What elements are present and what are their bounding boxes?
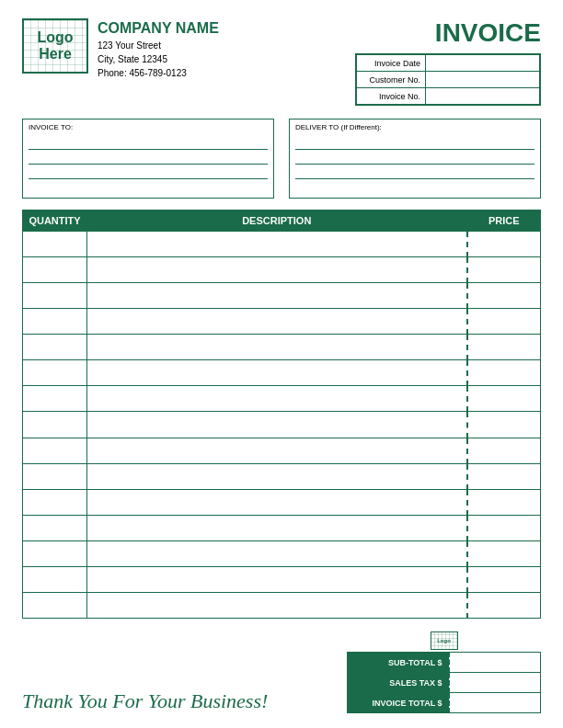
row-qty-14[interactable] xyxy=(23,592,87,618)
row-price-11[interactable] xyxy=(467,515,541,540)
row-desc-7[interactable] xyxy=(87,412,467,438)
row-price-12[interactable] xyxy=(467,540,541,566)
customer-no-label: Customer No. xyxy=(357,72,426,88)
col-quantity-header: QUANTITY xyxy=(23,210,87,232)
row-desc-13[interactable] xyxy=(87,566,467,592)
row-desc-4[interactable] xyxy=(87,335,467,360)
row-price-0[interactable] xyxy=(467,232,541,257)
deliver-to-box: DELIVER TO (If Different): xyxy=(289,119,541,199)
row-price-8[interactable] xyxy=(467,438,541,463)
invoice-to-label: INVOICE TO: xyxy=(29,123,268,131)
invoice-total-label: INVOICE TOTAL $ xyxy=(348,693,449,713)
row-price-1[interactable] xyxy=(467,257,541,283)
row-price-14[interactable] xyxy=(467,592,541,618)
row-desc-3[interactable] xyxy=(87,309,467,335)
address-line1: 123 Your Street xyxy=(98,39,219,52)
company-details: 123 Your Street City, State 12345 Phone:… xyxy=(98,39,219,80)
row-desc-9[interactable] xyxy=(87,463,467,489)
row-qty-13[interactable] xyxy=(23,566,87,592)
invoice-no-value[interactable] xyxy=(425,88,539,105)
table-row xyxy=(23,232,541,257)
row-qty-0[interactable] xyxy=(23,232,87,257)
invoice-to-line-2[interactable] xyxy=(29,150,268,165)
col-price-header: PRICE xyxy=(467,210,541,232)
row-price-2[interactable] xyxy=(467,283,541,309)
invoice-to-lines xyxy=(29,135,268,194)
row-qty-6[interactable] xyxy=(23,386,87,412)
table-row xyxy=(23,463,541,489)
row-qty-5[interactable] xyxy=(23,360,87,386)
row-price-7[interactable] xyxy=(467,412,541,438)
deliver-to-line-3[interactable] xyxy=(295,165,534,179)
row-price-4[interactable] xyxy=(467,335,541,360)
sales-tax-row: SALES TAX $ xyxy=(348,673,541,693)
sub-total-value[interactable] xyxy=(449,653,541,673)
header-section: Logo Here COMPANY NAME 123 Your Street C… xyxy=(22,18,541,106)
invoice-to-line-4[interactable] xyxy=(29,179,268,194)
row-qty-1[interactable] xyxy=(23,257,87,283)
logo-line2: Here xyxy=(37,46,73,63)
row-qty-7[interactable] xyxy=(23,412,87,438)
table-row xyxy=(23,489,541,515)
row-desc-8[interactable] xyxy=(87,438,467,463)
totals-table: SUB-TOTAL $ SALES TAX $ INVOICE TOTAL $ xyxy=(347,652,541,713)
small-logo-area: Logo xyxy=(347,631,541,650)
row-desc-0[interactable] xyxy=(87,232,467,257)
row-price-13[interactable] xyxy=(467,566,541,592)
row-price-10[interactable] xyxy=(467,489,541,515)
row-desc-11[interactable] xyxy=(87,515,467,540)
table-row xyxy=(23,412,541,438)
row-price-9[interactable] xyxy=(467,463,541,489)
table-row xyxy=(23,386,541,412)
logo-box: Logo Here xyxy=(22,18,88,74)
customer-no-value[interactable] xyxy=(425,72,539,88)
row-desc-6[interactable] xyxy=(87,386,467,412)
items-table: QUANTITY DESCRIPTION PRICE xyxy=(22,210,541,619)
company-name: COMPANY NAME xyxy=(98,20,219,37)
invoice-no-row: Invoice No. xyxy=(357,88,540,105)
row-desc-5[interactable] xyxy=(87,360,467,386)
table-row xyxy=(23,515,541,540)
table-row xyxy=(23,438,541,463)
invoice-date-value[interactable] xyxy=(425,55,539,72)
row-qty-4[interactable] xyxy=(23,335,87,360)
invoice-to-line-3[interactable] xyxy=(29,165,268,179)
row-desc-10[interactable] xyxy=(87,489,467,515)
deliver-to-line-1[interactable] xyxy=(295,135,534,150)
invoice-no-label: Invoice No. xyxy=(357,88,426,105)
thank-you-text: Thank You For Your Business! xyxy=(22,689,268,713)
deliver-to-line-4[interactable] xyxy=(295,179,534,194)
row-qty-9[interactable] xyxy=(23,463,87,489)
address-line2: City, State 12345 xyxy=(98,52,219,66)
row-desc-14[interactable] xyxy=(87,592,467,618)
invoice-to-box: INVOICE TO: xyxy=(22,119,274,199)
invoice-to-line-1[interactable] xyxy=(29,135,268,150)
deliver-to-label: DELIVER TO (If Different): xyxy=(295,123,534,131)
sales-tax-label: SALES TAX $ xyxy=(348,673,449,693)
row-qty-12[interactable] xyxy=(23,540,87,566)
table-header-row: QUANTITY DESCRIPTION PRICE xyxy=(23,210,541,232)
row-qty-2[interactable] xyxy=(23,283,87,309)
row-price-3[interactable] xyxy=(467,309,541,335)
row-qty-3[interactable] xyxy=(23,309,87,335)
header-left: Logo Here COMPANY NAME 123 Your Street C… xyxy=(22,18,219,80)
phone: Phone: 456-789-0123 xyxy=(98,66,219,80)
row-qty-8[interactable] xyxy=(23,438,87,463)
row-desc-12[interactable] xyxy=(87,540,467,566)
invoice-date-label: Invoice Date xyxy=(357,55,426,72)
invoice-page: Logo Here COMPANY NAME 123 Your Street C… xyxy=(0,0,563,728)
row-desc-1[interactable] xyxy=(87,257,467,283)
table-row xyxy=(23,566,541,592)
row-qty-11[interactable] xyxy=(23,515,87,540)
row-desc-2[interactable] xyxy=(87,283,467,309)
row-price-5[interactable] xyxy=(467,360,541,386)
row-qty-10[interactable] xyxy=(23,489,87,515)
sub-total-label: SUB-TOTAL $ xyxy=(348,653,449,673)
logo-line1: Logo xyxy=(37,29,73,46)
invoice-total-value[interactable] xyxy=(449,693,541,713)
deliver-to-line-2[interactable] xyxy=(295,150,534,165)
table-row xyxy=(23,257,541,283)
sales-tax-value[interactable] xyxy=(449,673,541,693)
table-row xyxy=(23,335,541,360)
row-price-6[interactable] xyxy=(467,386,541,412)
